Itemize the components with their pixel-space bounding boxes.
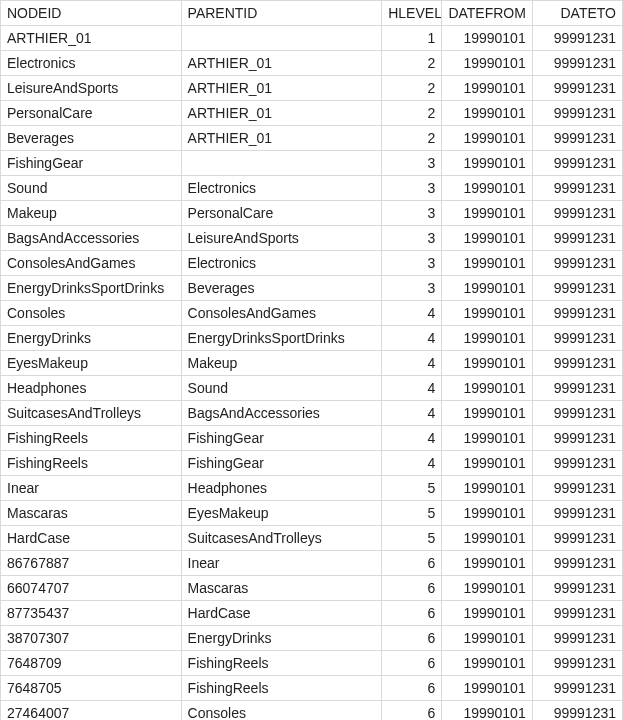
cell-hlevel[interactable]: 3 bbox=[382, 276, 442, 301]
cell-dateto[interactable]: 99991231 bbox=[532, 351, 622, 376]
cell-nodeid[interactable]: PersonalCare bbox=[1, 101, 182, 126]
cell-parentid[interactable] bbox=[181, 151, 382, 176]
cell-datefrom[interactable]: 19990101 bbox=[442, 76, 532, 101]
cell-dateto[interactable]: 99991231 bbox=[532, 251, 622, 276]
cell-dateto[interactable]: 99991231 bbox=[532, 301, 622, 326]
cell-parentid[interactable]: BagsAndAccessories bbox=[181, 401, 382, 426]
cell-hlevel[interactable]: 4 bbox=[382, 326, 442, 351]
cell-parentid[interactable]: Headphones bbox=[181, 476, 382, 501]
cell-hlevel[interactable]: 6 bbox=[382, 676, 442, 701]
cell-nodeid[interactable]: FishingGear bbox=[1, 151, 182, 176]
cell-hlevel[interactable]: 6 bbox=[382, 551, 442, 576]
cell-hlevel[interactable]: 6 bbox=[382, 626, 442, 651]
cell-dateto[interactable]: 99991231 bbox=[532, 426, 622, 451]
cell-datefrom[interactable]: 19990101 bbox=[442, 576, 532, 601]
table-row[interactable]: HeadphonesSound41999010199991231 bbox=[1, 376, 623, 401]
cell-dateto[interactable]: 99991231 bbox=[532, 551, 622, 576]
table-row[interactable]: 27464007Consoles61999010199991231 bbox=[1, 701, 623, 721]
cell-dateto[interactable]: 99991231 bbox=[532, 576, 622, 601]
cell-datefrom[interactable]: 19990101 bbox=[442, 426, 532, 451]
cell-hlevel[interactable]: 3 bbox=[382, 251, 442, 276]
cell-hlevel[interactable]: 5 bbox=[382, 501, 442, 526]
table-row[interactable]: FishingReelsFishingGear41999010199991231 bbox=[1, 426, 623, 451]
cell-datefrom[interactable]: 19990101 bbox=[442, 276, 532, 301]
table-row[interactable]: ConsolesAndGamesElectronics3199901019999… bbox=[1, 251, 623, 276]
cell-hlevel[interactable]: 2 bbox=[382, 126, 442, 151]
col-header-parentid[interactable]: PARENTID bbox=[181, 1, 382, 26]
table-row[interactable]: LeisureAndSportsARTHIER_0121999010199991… bbox=[1, 76, 623, 101]
cell-parentid[interactable]: ARTHIER_01 bbox=[181, 51, 382, 76]
cell-nodeid[interactable]: Inear bbox=[1, 476, 182, 501]
cell-parentid[interactable]: FishingReels bbox=[181, 676, 382, 701]
cell-datefrom[interactable]: 19990101 bbox=[442, 451, 532, 476]
cell-parentid[interactable]: FishingReels bbox=[181, 651, 382, 676]
table-row[interactable]: EyesMakeupMakeup41999010199991231 bbox=[1, 351, 623, 376]
cell-datefrom[interactable]: 19990101 bbox=[442, 551, 532, 576]
cell-dateto[interactable]: 99991231 bbox=[532, 626, 622, 651]
cell-dateto[interactable]: 99991231 bbox=[532, 476, 622, 501]
cell-nodeid[interactable]: 7648705 bbox=[1, 676, 182, 701]
cell-dateto[interactable]: 99991231 bbox=[532, 376, 622, 401]
cell-parentid[interactable]: Sound bbox=[181, 376, 382, 401]
cell-hlevel[interactable]: 4 bbox=[382, 301, 442, 326]
cell-dateto[interactable]: 99991231 bbox=[532, 326, 622, 351]
cell-dateto[interactable]: 99991231 bbox=[532, 151, 622, 176]
table-row[interactable]: BagsAndAccessoriesLeisureAndSports319990… bbox=[1, 226, 623, 251]
cell-dateto[interactable]: 99991231 bbox=[532, 501, 622, 526]
cell-nodeid[interactable]: EnergyDrinksSportDrinks bbox=[1, 276, 182, 301]
cell-hlevel[interactable]: 2 bbox=[382, 76, 442, 101]
cell-nodeid[interactable]: Electronics bbox=[1, 51, 182, 76]
cell-parentid[interactable]: EnergyDrinksSportDrinks bbox=[181, 326, 382, 351]
cell-parentid[interactable]: EyesMakeup bbox=[181, 501, 382, 526]
cell-nodeid[interactable]: Consoles bbox=[1, 301, 182, 326]
cell-nodeid[interactable]: Headphones bbox=[1, 376, 182, 401]
cell-parentid[interactable]: ARTHIER_01 bbox=[181, 101, 382, 126]
cell-dateto[interactable]: 99991231 bbox=[532, 701, 622, 721]
cell-hlevel[interactable]: 6 bbox=[382, 651, 442, 676]
cell-parentid[interactable]: FishingGear bbox=[181, 451, 382, 476]
cell-datefrom[interactable]: 19990101 bbox=[442, 501, 532, 526]
cell-datefrom[interactable]: 19990101 bbox=[442, 151, 532, 176]
table-row[interactable]: 87735437HardCase61999010199991231 bbox=[1, 601, 623, 626]
table-row[interactable]: 7648709FishingReels61999010199991231 bbox=[1, 651, 623, 676]
cell-datefrom[interactable]: 19990101 bbox=[442, 351, 532, 376]
cell-dateto[interactable]: 99991231 bbox=[532, 51, 622, 76]
cell-hlevel[interactable]: 5 bbox=[382, 476, 442, 501]
col-header-dateto[interactable]: DATETO bbox=[532, 1, 622, 26]
cell-parentid[interactable]: Consoles bbox=[181, 701, 382, 721]
cell-hlevel[interactable]: 2 bbox=[382, 51, 442, 76]
cell-parentid[interactable]: Makeup bbox=[181, 351, 382, 376]
cell-dateto[interactable]: 99991231 bbox=[532, 651, 622, 676]
cell-nodeid[interactable]: BagsAndAccessories bbox=[1, 226, 182, 251]
cell-nodeid[interactable]: EyesMakeup bbox=[1, 351, 182, 376]
cell-hlevel[interactable]: 3 bbox=[382, 151, 442, 176]
cell-hlevel[interactable]: 3 bbox=[382, 201, 442, 226]
table-row[interactable]: SuitcasesAndTrolleysBagsAndAccessories41… bbox=[1, 401, 623, 426]
table-row[interactable]: BeveragesARTHIER_0121999010199991231 bbox=[1, 126, 623, 151]
cell-dateto[interactable]: 99991231 bbox=[532, 176, 622, 201]
cell-datefrom[interactable]: 19990101 bbox=[442, 26, 532, 51]
cell-hlevel[interactable]: 6 bbox=[382, 701, 442, 721]
cell-datefrom[interactable]: 19990101 bbox=[442, 626, 532, 651]
table-row[interactable]: PersonalCareARTHIER_0121999010199991231 bbox=[1, 101, 623, 126]
table-row[interactable]: MakeupPersonalCare31999010199991231 bbox=[1, 201, 623, 226]
cell-parentid[interactable]: LeisureAndSports bbox=[181, 226, 382, 251]
cell-nodeid[interactable]: LeisureAndSports bbox=[1, 76, 182, 101]
cell-hlevel[interactable]: 4 bbox=[382, 426, 442, 451]
cell-nodeid[interactable]: ConsolesAndGames bbox=[1, 251, 182, 276]
table-row[interactable]: HardCaseSuitcasesAndTrolleys519990101999… bbox=[1, 526, 623, 551]
cell-dateto[interactable]: 99991231 bbox=[532, 226, 622, 251]
cell-dateto[interactable]: 99991231 bbox=[532, 276, 622, 301]
cell-nodeid[interactable]: 87735437 bbox=[1, 601, 182, 626]
cell-dateto[interactable]: 99991231 bbox=[532, 126, 622, 151]
cell-parentid[interactable]: EnergyDrinks bbox=[181, 626, 382, 651]
cell-hlevel[interactable]: 3 bbox=[382, 176, 442, 201]
cell-dateto[interactable]: 99991231 bbox=[532, 401, 622, 426]
cell-dateto[interactable]: 99991231 bbox=[532, 676, 622, 701]
cell-nodeid[interactable]: FishingReels bbox=[1, 451, 182, 476]
table-row[interactable]: EnergyDrinksSportDrinksBeverages31999010… bbox=[1, 276, 623, 301]
col-header-nodeid[interactable]: NODEID bbox=[1, 1, 182, 26]
table-row[interactable]: 7648705FishingReels61999010199991231 bbox=[1, 676, 623, 701]
cell-datefrom[interactable]: 19990101 bbox=[442, 401, 532, 426]
cell-parentid[interactable]: ConsolesAndGames bbox=[181, 301, 382, 326]
